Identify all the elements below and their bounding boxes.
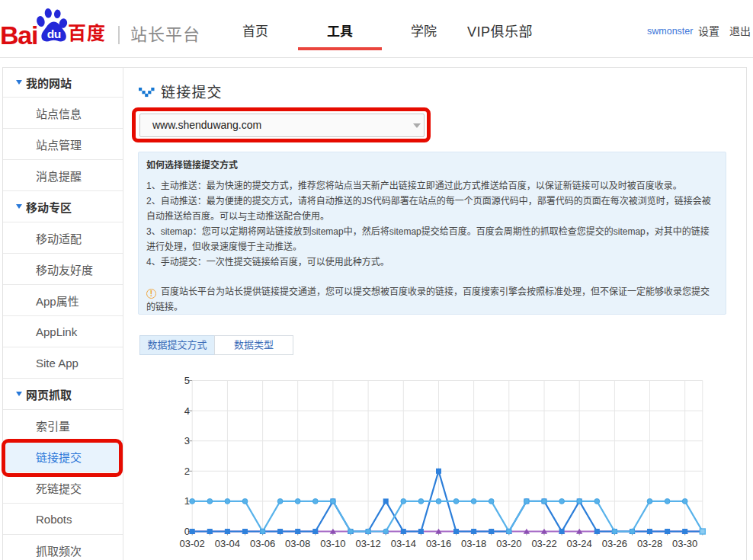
svg-text:03-22: 03-22 <box>531 538 556 549</box>
svg-text:03-10: 03-10 <box>320 538 345 549</box>
svg-text:5: 5 <box>184 375 190 386</box>
svg-text:du: du <box>47 27 61 40</box>
svg-text:1: 1 <box>184 495 190 507</box>
svg-text:03-04: 03-04 <box>215 538 240 549</box>
svg-text:2: 2 <box>184 466 190 477</box>
svg-text:03-14: 03-14 <box>391 538 416 549</box>
svg-text:03-16: 03-16 <box>426 538 451 549</box>
svg-text:03-08: 03-08 <box>285 538 310 549</box>
svg-text:3: 3 <box>184 435 190 446</box>
svg-text:03-02: 03-02 <box>180 538 205 549</box>
svg-text:03-24: 03-24 <box>567 538 592 549</box>
svg-text:03-26: 03-26 <box>602 538 627 549</box>
svg-text:03-20: 03-20 <box>496 538 521 549</box>
svg-text:03-18: 03-18 <box>461 538 486 549</box>
svg-text:0: 0 <box>184 526 190 537</box>
svg-text:4: 4 <box>184 405 190 417</box>
svg-text:03-12: 03-12 <box>355 538 380 549</box>
svg-text:03-06: 03-06 <box>250 538 275 549</box>
svg-text:03-30: 03-30 <box>672 538 697 549</box>
svg-text:03-28: 03-28 <box>637 538 662 549</box>
